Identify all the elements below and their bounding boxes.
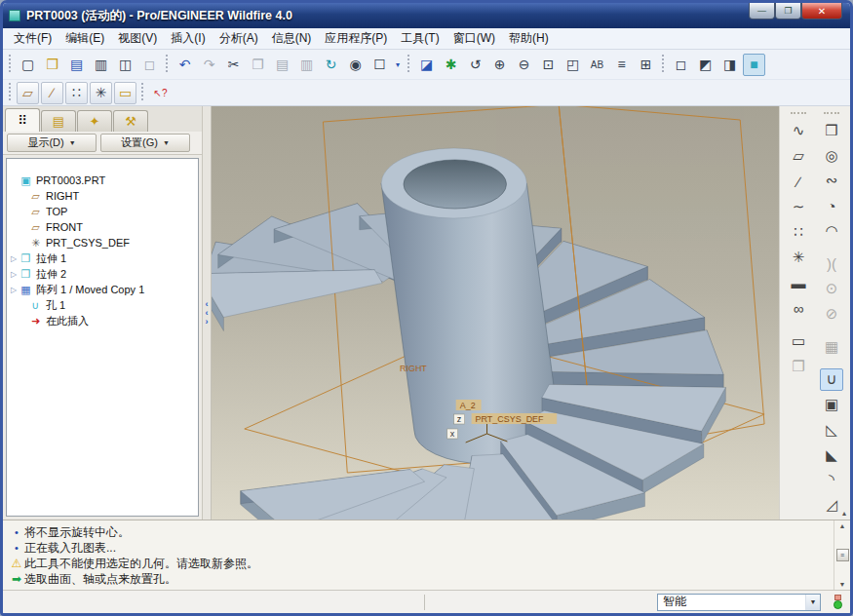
new-file-icon[interactable]: ▢: [17, 54, 39, 76]
toolbar-grip[interactable]: [139, 83, 146, 102]
tree-item-pattern-1[interactable]: ▷▦阵列 1 / Moved Copy 1: [9, 282, 196, 297]
refit-icon[interactable]: ⊡: [537, 54, 560, 76]
link-tool-icon[interactable]: ∞: [787, 296, 810, 320]
close-button[interactable]: ✕: [801, 3, 842, 19]
csys-display-icon[interactable]: ✳: [90, 82, 112, 104]
paste-special-icon[interactable]: ▥: [295, 54, 318, 76]
hole-tool-icon[interactable]: ∪: [820, 368, 843, 392]
menu-insert[interactable]: 插入(I): [164, 28, 212, 49]
menu-applications[interactable]: 应用程序(P): [318, 28, 394, 49]
layers-icon[interactable]: ≡: [610, 54, 633, 76]
toolbox-scroll-icon[interactable]: ▴: [842, 509, 846, 518]
merge-tool-icon[interactable]: ⊙: [820, 277, 843, 300]
wireframe-display-icon[interactable]: ◻: [670, 54, 692, 76]
save-icon[interactable]: ▤: [65, 54, 88, 76]
tree-item-prt0003[interactable]: ▣PRT0003.PRT: [9, 173, 196, 188]
collapse-left-icon[interactable]: ‹: [206, 310, 209, 317]
datum-point-display-icon[interactable]: ∷: [65, 82, 88, 104]
menu-edit[interactable]: 编辑(E): [58, 28, 111, 49]
redo-icon[interactable]: ↷: [198, 54, 220, 76]
shell-tool-icon[interactable]: ▣: [820, 393, 843, 416]
regenerate-icon[interactable]: ↻: [320, 54, 342, 76]
tree-item-top[interactable]: ▱TOP: [9, 204, 196, 219]
mirror-tool-icon[interactable]: )(: [820, 252, 843, 276]
expand-arrow-icon[interactable]: ▷: [9, 254, 19, 263]
plot-icon[interactable]: ◻: [138, 54, 161, 76]
menu-view[interactable]: 视图(V): [111, 28, 164, 49]
csys-tool-icon[interactable]: ✳: [787, 246, 810, 269]
hidden-line-display-icon[interactable]: ◩: [694, 54, 717, 76]
rib-tool-icon[interactable]: ◣: [820, 443, 843, 467]
print-icon[interactable]: ▥: [90, 54, 112, 76]
open-icon[interactable]: ❒: [41, 54, 63, 76]
boundary-blend-tool-icon[interactable]: ◠: [820, 219, 843, 243]
show-button[interactable]: 显示(D) ▼: [7, 134, 97, 152]
toolbar-grip[interactable]: [7, 55, 14, 74]
tree-item-extrude-1[interactable]: ▷❒拉伸 1: [9, 250, 196, 266]
annotation-alt-tool-icon[interactable]: ❐: [787, 355, 810, 378]
cut-icon[interactable]: ✂: [222, 54, 245, 76]
tree-item-right[interactable]: ▱RIGHT: [9, 188, 196, 204]
select-filter-icon[interactable]: ◪: [415, 54, 438, 76]
datum-plane-display-icon[interactable]: ▱: [17, 82, 39, 104]
paste-icon[interactable]: ▤: [271, 54, 293, 76]
menu-window[interactable]: 窗口(W): [446, 28, 502, 49]
view-manager-icon[interactable]: ⊞: [635, 54, 657, 76]
select-box-icon[interactable]: ☐: [368, 54, 391, 76]
menu-analysis[interactable]: 分析(A): [213, 28, 265, 49]
restore-button[interactable]: ❐: [775, 3, 801, 19]
no-hidden-display-icon[interactable]: ◨: [718, 54, 741, 76]
menu-info[interactable]: 信息(N): [265, 28, 319, 49]
sweep-tool-icon[interactable]: ∾: [820, 169, 843, 192]
tree-item-front[interactable]: ▱FRONT: [9, 219, 196, 235]
blend-tool-icon[interactable]: ◔: [820, 194, 843, 217]
expand-arrow-icon[interactable]: ▷: [9, 270, 19, 279]
expand-right-icon[interactable]: ›: [206, 319, 209, 326]
analysis-tool-icon[interactable]: ▬: [787, 271, 810, 294]
graphics-viewport[interactable]: RIGHT A_2 PRT_CSYS_DEF z x: [212, 106, 779, 520]
menu-tools[interactable]: 工具(T): [394, 28, 446, 49]
datum-axis-tool-icon[interactable]: ∕: [787, 170, 810, 193]
toolbar-grip[interactable]: [406, 55, 412, 74]
model-canvas[interactable]: RIGHT A_2 PRT_CSYS_DEF z x: [212, 106, 779, 520]
minimize-button[interactable]: —: [749, 3, 775, 19]
message-log-button[interactable]: ≡: [836, 549, 849, 561]
print-preview-icon[interactable]: ◫: [114, 54, 136, 76]
toolbar-grip[interactable]: [660, 55, 667, 74]
orient-mode-icon[interactable]: ↺: [464, 54, 486, 76]
expand-arrow-icon[interactable]: ▷: [9, 286, 19, 294]
context-help-icon[interactable]: ↖?: [149, 82, 172, 104]
chevron-down-icon[interactable]: ▼: [805, 595, 820, 610]
tab-folder-browser[interactable]: ▤: [41, 110, 76, 132]
find-icon[interactable]: ◉: [344, 54, 367, 76]
annotation-tool-icon[interactable]: ▭: [787, 329, 810, 353]
zoom-out-icon[interactable]: ⊖: [513, 54, 535, 76]
revolve-tool-icon[interactable]: ◎: [820, 144, 843, 168]
trim-tool-icon[interactable]: ⊘: [820, 302, 843, 326]
tree-item-insert-here[interactable]: ➜在此插入: [9, 313, 196, 328]
spin-center-icon[interactable]: ✱: [440, 54, 462, 76]
toolbar-grip[interactable]: [164, 55, 171, 74]
saved-views-icon[interactable]: AB: [586, 54, 608, 76]
zoom-in-icon[interactable]: ⊕: [488, 54, 511, 76]
tree-item-extrude-2[interactable]: ▷❒拉伸 2: [9, 266, 196, 282]
undo-icon[interactable]: ↶: [174, 54, 196, 76]
tab-favorites[interactable]: ✦: [77, 110, 112, 132]
datum-curve-tool-icon[interactable]: ∼: [787, 195, 810, 218]
round-tool-icon[interactable]: ◝: [820, 469, 843, 492]
chamfer-tool-icon[interactable]: ◿: [820, 493, 843, 517]
sketch-tool-icon[interactable]: ∿: [787, 119, 810, 142]
tree-item-hole-1[interactable]: ∪孔 1: [9, 297, 196, 313]
selection-filter-combo[interactable]: 智能 ▼: [657, 594, 821, 611]
draft-tool-icon[interactable]: ◺: [820, 418, 843, 442]
message-scrollbar[interactable]: ▲ ≡ ▼: [834, 520, 850, 590]
pattern-tool-icon[interactable]: ▦: [820, 335, 843, 359]
datum-point-tool-icon[interactable]: ∷: [787, 220, 810, 244]
select-box-dropdown-icon[interactable]: ▾: [393, 54, 403, 76]
menu-file[interactable]: 文件(F): [7, 28, 58, 49]
scroll-up-icon[interactable]: ▲: [839, 522, 846, 529]
scroll-down-icon[interactable]: ▼: [839, 581, 846, 588]
collapse-left-icon[interactable]: ‹: [206, 301, 209, 308]
navigator-splitter[interactable]: ‹ ‹ ›: [203, 106, 212, 520]
tree-item-prt-csys-def[interactable]: ✳PRT_CSYS_DEF: [9, 235, 196, 250]
